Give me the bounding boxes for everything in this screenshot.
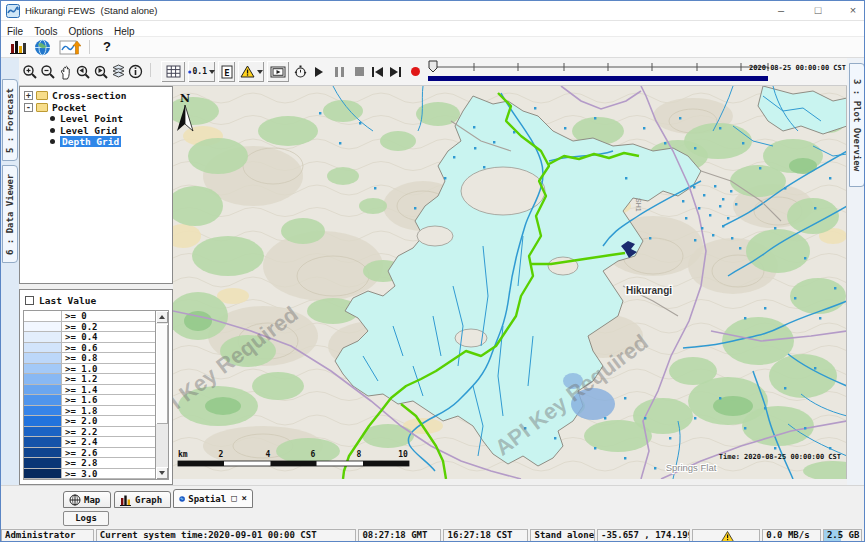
logs-button[interactable]: Logs [63,511,109,526]
spatial-layer-tree: +Cross-section-PocketLevel PointLevel Gr… [19,86,173,284]
zoom-next-icon [93,64,109,80]
tree-item-cross-section[interactable]: +Cross-section [20,90,172,102]
legend-row[interactable]: >= 0.2 [24,322,155,333]
threshold-dropdown[interactable]: 0.1 [188,61,215,82]
legend-row[interactable]: >= 2.2 [24,427,155,438]
zoom-next-button[interactable] [92,61,110,82]
skip-to-start-button[interactable] [369,61,385,82]
legend-row[interactable]: >= 0.8 [24,353,155,364]
legend-row-label: >= 2.8 [62,458,98,468]
layers-button[interactable] [110,61,126,82]
legend-swatch [24,437,62,447]
legend-row[interactable]: >= 2.8 [24,458,155,469]
timeline-handle[interactable] [429,61,437,72]
legend-row[interactable]: >= 0 [24,311,155,322]
legend-row[interactable]: >= 0.6 [24,343,155,354]
last-value-checkbox[interactable] [25,296,34,305]
scroll-down-button[interactable] [156,467,168,479]
legend-row[interactable]: >= 0.4 [24,332,155,343]
legend-row-label: >= 0.8 [62,353,98,363]
info-button[interactable] [126,61,144,82]
legend-row[interactable]: >= 1.4 [24,385,155,396]
legend-swatch [24,469,62,479]
legend-swatch [24,353,62,363]
legend-row-label: >= 1.8 [62,406,98,416]
skip-to-end-button[interactable] [387,61,403,82]
close-button[interactable]: × [839,1,865,20]
minimize-button[interactable]: – [767,1,795,20]
legend-swatch [24,311,62,321]
timeline-slider[interactable] [425,59,771,85]
play-icon [314,67,324,77]
status-throughput: 0.0 MB/s [762,529,821,542]
tree-item-label: Cross-section [52,90,126,101]
road-label: SH1 [635,198,642,212]
play-button[interactable] [311,61,327,82]
threshold-value: 0.1 [193,67,207,76]
legend-row-label: >= 2.4 [62,437,98,447]
tree-item-level-point[interactable]: Level Point [20,113,172,125]
record-button[interactable] [407,61,423,82]
status-local-time: 16:27:18 CST [443,529,528,542]
grid-display-button[interactable] [161,61,185,82]
left-panel-tab-1[interactable]: 6 : Data Viewer [2,165,18,263]
tab-graph[interactable]: Graph [114,491,171,508]
map-display-button[interactable] [33,39,52,56]
zoom-previous-button[interactable] [74,61,92,82]
legend-row[interactable]: >= 2.0 [24,416,155,427]
scroll-up-button[interactable] [156,311,168,323]
legend-swatch [24,385,62,395]
expand-icon[interactable]: + [24,91,33,100]
legend-row[interactable]: >= 3.0 [24,469,155,480]
pan-button[interactable] [57,61,73,82]
animation-settings-button[interactable] [291,61,309,82]
tab-map[interactable]: Map [63,491,111,508]
tab-close-icon[interactable]: × [242,494,247,503]
legend-scrollbar[interactable] [155,311,168,479]
map-canvas: API Key Required API Key Required SH1 Hi… [173,86,847,479]
zoom-out-icon [40,64,56,80]
zoom-out-button[interactable] [39,61,57,82]
maximize-button[interactable]: □ [804,1,832,20]
legend-row[interactable]: >= 3.2 [24,479,155,480]
legend-row-label: >= 0 [62,311,87,321]
zoom-in-button[interactable] [21,61,39,82]
legend-row[interactable]: >= 1.6 [24,395,155,406]
map-view[interactable]: API Key Required API Key Required SH1 Hi… [173,86,847,479]
animation-export-button[interactable] [267,61,289,82]
svg-text:10: 10 [398,450,408,459]
legend-row[interactable]: >= 1.0 [24,364,155,375]
help-button[interactable]: ? [99,39,115,54]
legend-row[interactable]: >= 2.6 [24,448,155,459]
tree-list: +Cross-section-PocketLevel PointLevel Gr… [20,90,172,148]
legend-row[interactable]: >= 2.4 [24,437,155,448]
timeseries-dialog-button[interactable] [58,39,82,56]
right-panel-tab-0[interactable]: 3 : Plot Overview [849,63,865,187]
tab-spatial[interactable]: Spatial□× [173,489,253,508]
collapse-icon[interactable]: - [24,103,33,112]
left-panel-tab-0[interactable]: 5 : Forecast [2,79,18,161]
application-window: Hikurangi FEWS (Stand alone) – □ × FileT… [0,0,865,542]
memory-label: 2.5 GB [827,530,860,540]
globe-icon [179,493,185,505]
legend-row-label: >= 3.2 [62,479,98,480]
explorer-button[interactable] [7,39,29,55]
main-toolbar: ? [1,37,864,58]
timeseries-chart-icon [59,39,81,56]
pause-button[interactable] [331,61,347,82]
label-toggle-button[interactable]: E [218,61,235,82]
scrollbar-thumb[interactable] [156,324,168,424]
legend-row[interactable]: >= 1.2 [24,374,155,385]
logs-row: Logs [1,509,864,528]
bottom-tab-bar: MapGraphSpatial□× [1,485,864,509]
tree-item-level-grid[interactable]: Level Grid [20,125,172,137]
stop-button[interactable] [351,61,367,82]
legend-row[interactable]: >= 1.8 [24,406,155,417]
tree-item-depth-grid[interactable]: Depth Grid [20,136,172,148]
bar-chart-icon [9,39,27,55]
warning-dropdown[interactable] [238,61,264,82]
tree-item-pocket[interactable]: -Pocket [20,102,172,114]
title-bar: Hikurangi FEWS (Stand alone) – □ × [1,1,864,21]
pause-icon [335,67,344,77]
tab-maximize-icon[interactable]: □ [231,494,236,503]
